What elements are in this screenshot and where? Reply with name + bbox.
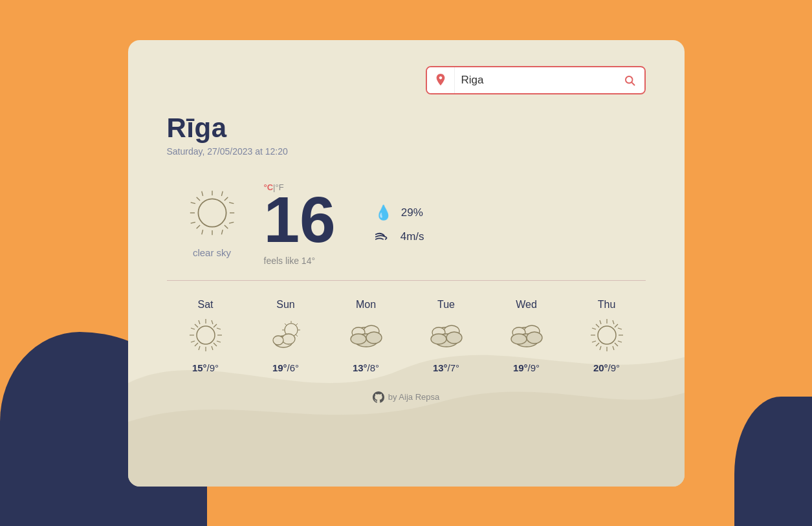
footer: by Aija Repsa — [167, 391, 646, 403]
svg-line-72 — [615, 343, 618, 346]
search-input[interactable] — [455, 67, 615, 93]
forecast-weather-icon — [347, 316, 386, 357]
forecast-weather-icon — [587, 316, 626, 357]
svg-line-73 — [615, 324, 618, 327]
svg-point-2 — [198, 199, 226, 226]
svg-line-35 — [212, 320, 213, 324]
sun-icon — [183, 184, 241, 242]
forecast-weather-icon — [267, 316, 305, 357]
svg-point-53 — [351, 334, 366, 344]
svg-line-34 — [199, 346, 200, 350]
svg-point-47 — [273, 336, 283, 345]
city-date: Saturday, 27/05/2023 at 12:20 — [167, 146, 646, 157]
forecast-weather-icon — [186, 316, 225, 357]
forecast-weather-icon — [507, 316, 546, 357]
svg-line-8 — [224, 225, 227, 228]
weather-card: Rīga Saturday, 27/05/2023 at 12:20 — [128, 40, 685, 487]
svg-line-42 — [296, 334, 298, 336]
main-weather: clear sky °C | °F 16 feels like 14° 💧 29… — [167, 176, 646, 266]
forecast-temp: 13°/7° — [433, 362, 459, 373]
forecast-day: Tue 13°/7° — [414, 299, 479, 373]
forecast-day: Thu 20°/9° — [575, 299, 639, 373]
humidity-icon: 💧 — [375, 204, 392, 221]
city-name: Rīga — [167, 113, 646, 144]
svg-line-33 — [217, 328, 221, 329]
svg-line-75 — [600, 320, 601, 324]
svg-line-26 — [214, 324, 217, 327]
current-weather-icon-wrap: clear sky — [167, 184, 258, 258]
temperature-value: 16 — [264, 187, 336, 252]
forecast-temp: 19°/9° — [513, 362, 540, 373]
forecast-day-name: Sat — [197, 299, 213, 311]
forecast-day: Sat 15°/9° — [173, 299, 238, 373]
forecast-temp: 13°/8° — [353, 362, 379, 373]
svg-line-28 — [199, 320, 200, 324]
pin-button[interactable] — [427, 67, 455, 93]
svg-point-58 — [446, 332, 462, 344]
svg-point-66 — [598, 326, 616, 344]
svg-line-30 — [191, 328, 195, 329]
temperature-block: °C | °F 16 feels like 14° — [264, 176, 336, 266]
forecast-temp: 15°/9° — [192, 362, 219, 373]
wind-row: 4m/s — [375, 230, 424, 243]
svg-line-76 — [613, 346, 614, 350]
humidity-row: 💧 29% — [375, 204, 424, 221]
forecast-day: Mon 13°/8° — [334, 299, 399, 373]
pin-icon — [435, 74, 446, 87]
svg-point-52 — [366, 332, 382, 344]
svg-line-79 — [592, 341, 596, 342]
humidity-value: 29% — [401, 206, 423, 219]
svg-line-14 — [229, 222, 234, 223]
weather-stats: 💧 29% 4m/s — [375, 198, 424, 243]
forecast-weather-icon — [427, 316, 466, 357]
svg-line-7 — [196, 197, 199, 200]
svg-line-41 — [285, 323, 287, 325]
section-divider — [167, 280, 646, 281]
forecast-temp: 19°/6° — [272, 362, 299, 373]
svg-line-78 — [618, 341, 622, 342]
forecast-temp: 20°/9° — [593, 362, 620, 373]
wind-value: 4m/s — [401, 230, 424, 243]
svg-point-59 — [431, 334, 446, 344]
forecast-day: Sun 19°/6° — [254, 299, 318, 373]
forecast-day: Wed 19°/9° — [494, 299, 559, 373]
svg-line-81 — [600, 346, 601, 350]
svg-point-64 — [527, 332, 542, 344]
forecast-day-name: Sun — [276, 299, 294, 311]
svg-line-32 — [191, 341, 195, 342]
search-icon — [624, 74, 635, 86]
svg-line-29 — [212, 346, 213, 350]
svg-line-16 — [229, 202, 234, 203]
weather-description: clear sky — [193, 247, 231, 258]
forecast-day-name: Tue — [437, 299, 455, 311]
github-icon — [373, 391, 384, 403]
forecast-row: Sat 15°/9°Sun — [167, 299, 646, 373]
svg-point-19 — [197, 326, 215, 344]
search-row — [167, 66, 646, 94]
bg-blob-right — [734, 397, 812, 526]
svg-point-65 — [511, 334, 527, 344]
wind-icon — [375, 230, 391, 243]
svg-line-74 — [596, 343, 599, 346]
svg-line-82 — [613, 320, 614, 324]
forecast-day-name: Thu — [598, 299, 616, 311]
svg-line-31 — [217, 341, 221, 342]
svg-line-18 — [221, 191, 223, 195]
svg-line-10 — [196, 225, 199, 228]
svg-line-77 — [592, 328, 596, 329]
svg-line-12 — [221, 230, 223, 234]
forecast-day-name: Wed — [516, 299, 537, 311]
search-button[interactable] — [615, 68, 644, 93]
svg-line-43 — [296, 323, 298, 325]
feels-like: feels like 14° — [264, 256, 316, 266]
svg-line-27 — [195, 343, 198, 346]
svg-line-17 — [201, 230, 203, 234]
svg-line-24 — [195, 324, 198, 327]
svg-line-80 — [618, 328, 622, 329]
svg-line-71 — [596, 324, 599, 327]
footer-label: by Aija Repsa — [388, 392, 440, 402]
svg-line-25 — [214, 343, 217, 346]
forecast-day-name: Mon — [356, 299, 376, 311]
svg-line-11 — [201, 191, 203, 195]
svg-line-13 — [190, 202, 195, 203]
